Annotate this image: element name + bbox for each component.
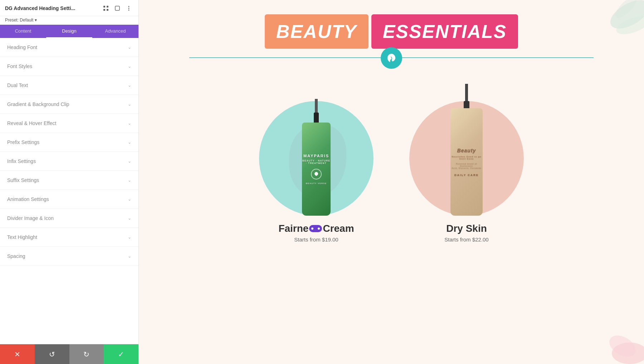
svg-rect-2 bbox=[103, 9, 105, 11]
panel-tabs: Content Design Advanced bbox=[0, 25, 138, 38]
accordion-dual-text: Dual Text ⌄ bbox=[0, 76, 138, 95]
accordion-animation-settings: Animation Settings ⌄ bbox=[0, 190, 138, 209]
accordion-label-animation-settings: Animation Settings bbox=[7, 196, 49, 202]
expand-icon[interactable] bbox=[113, 4, 122, 13]
accordion-prefix-settings: Prefix Settings ⌄ bbox=[0, 133, 138, 152]
svg-rect-0 bbox=[103, 6, 105, 8]
accordion-divider-image-icon: Divider Image & Icon ⌄ bbox=[0, 209, 138, 228]
products-row: MAYPARIS BEAUTY · NATURE · TREATMENT BEA… bbox=[139, 80, 644, 243]
preset-label[interactable]: Preset: Default bbox=[5, 18, 37, 23]
tab-advanced[interactable]: Advanced bbox=[92, 25, 138, 38]
chevron-down-icon: ⌄ bbox=[128, 83, 131, 88]
chevron-down-icon: ⌄ bbox=[128, 159, 131, 164]
accordion-label-suffix-settings: Suffix Settings bbox=[7, 177, 39, 183]
accordion-header-divider-image-icon[interactable]: Divider Image & Icon ⌄ bbox=[0, 209, 138, 227]
bottle-fairness: MAYPARIS BEAUTY · NATURE · TREATMENT BEA… bbox=[302, 99, 331, 216]
product-name-dry-skin: Dry Skin bbox=[446, 223, 487, 234]
divider-line-left bbox=[189, 57, 391, 58]
beauty-label: BEAUTY bbox=[276, 21, 357, 42]
left-panel: DG Advanced Heading Setti... Preset: Def… bbox=[0, 0, 139, 364]
svg-rect-1 bbox=[107, 6, 108, 8]
bottle-pump bbox=[315, 99, 318, 113]
accordion-label-font-styles: Font Styles bbox=[7, 63, 32, 69]
divider-line-right bbox=[391, 57, 594, 58]
chevron-down-icon: ⌄ bbox=[128, 102, 131, 107]
bottle-cap-2 bbox=[464, 101, 469, 108]
accordion-spacing: Spacing ⌄ bbox=[0, 247, 138, 266]
panel-header: DG Advanced Heading Setti... bbox=[0, 0, 138, 16]
chevron-down-icon: ⌄ bbox=[128, 235, 131, 240]
chevron-down-icon: ⌄ bbox=[128, 254, 131, 259]
accordion-reveal-hover: Reveal & Hover Effect ⌄ bbox=[0, 114, 138, 133]
svg-point-7 bbox=[128, 10, 130, 11]
product-price-dry-skin: Starts from $22.00 bbox=[444, 236, 488, 243]
grid-icon[interactable] bbox=[101, 4, 111, 13]
tab-design[interactable]: Design bbox=[46, 25, 92, 38]
accordion-header-heading-font[interactable]: Heading Font ⌄ bbox=[0, 38, 138, 57]
chevron-down-icon: ⌄ bbox=[128, 64, 131, 69]
deco-leaf-top-right bbox=[580, 0, 644, 57]
accordion-infix-settings: Infix Settings ⌄ bbox=[0, 152, 138, 171]
product-name-fairness: FairneCream bbox=[278, 223, 354, 234]
accordion-header-infix-settings[interactable]: Infix Settings ⌄ bbox=[0, 152, 138, 171]
redo-button[interactable]: ↻ bbox=[69, 344, 104, 364]
svg-rect-4 bbox=[115, 6, 119, 10]
bottle-body-cream: Beauty Nourishes Good to goUntil Gone Pa… bbox=[450, 108, 483, 216]
chevron-down-icon: ⌄ bbox=[128, 45, 131, 50]
accordion-header-font-styles[interactable]: Font Styles ⌄ bbox=[0, 57, 138, 76]
tab-content[interactable]: Content bbox=[0, 25, 46, 38]
bottle-cap bbox=[314, 112, 319, 123]
chevron-down-icon: ⌄ bbox=[128, 216, 131, 221]
accordion-label-gradient-bg-clip: Gradient & Background Clip bbox=[7, 101, 69, 107]
svg-rect-3 bbox=[107, 9, 108, 11]
more-icon[interactable] bbox=[124, 4, 133, 13]
undo-button[interactable]: ↺ bbox=[35, 344, 69, 364]
product-card-fairness-cream: MAYPARIS BEAUTY · NATURE · TREATMENT BEA… bbox=[255, 80, 377, 243]
dot-indicator bbox=[309, 225, 322, 232]
panel-toolbar: ✕ ↺ ↻ ✓ bbox=[0, 344, 138, 364]
accordion-label-spacing: Spacing bbox=[7, 253, 25, 259]
save-button[interactable]: ✓ bbox=[104, 344, 138, 364]
bottle-label-beauty: Beauty Nourishes Good to goUntil Gone Pa… bbox=[450, 148, 483, 177]
product-card-dry-skin: Beauty Nourishes Good to goUntil Gone Pa… bbox=[406, 80, 527, 243]
divider-row bbox=[189, 57, 594, 58]
bottle-label-mayparis: MAYPARIS BEAUTY · NATURE · TREATMENT BEA… bbox=[302, 154, 331, 185]
product-img-fairness: MAYPARIS BEAUTY · NATURE · TREATMENT BEA… bbox=[280, 80, 352, 216]
accordion-header-text-highlight[interactable]: Text Highlight ⌄ bbox=[0, 228, 138, 246]
accordion-header-suffix-settings[interactable]: Suffix Settings ⌄ bbox=[0, 171, 138, 190]
bottle-body-green: MAYPARIS BEAUTY · NATURE · TREATMENT BEA… bbox=[302, 123, 331, 216]
accordion-label-divider-image-icon: Divider Image & Icon bbox=[7, 215, 54, 221]
accordion-header-spacing[interactable]: Spacing ⌄ bbox=[0, 247, 138, 265]
accordion-header-prefix-settings[interactable]: Prefix Settings ⌄ bbox=[0, 133, 138, 152]
accordion-label-text-highlight: Text Highlight bbox=[7, 234, 37, 240]
svg-point-5 bbox=[128, 6, 130, 7]
divider-icon-circle bbox=[381, 47, 402, 69]
chevron-down-icon: ⌄ bbox=[128, 121, 131, 126]
bottle-dry-skin: Beauty Nourishes Good to goUntil Gone Pa… bbox=[450, 84, 483, 216]
chevron-down-icon: ⌄ bbox=[128, 197, 131, 202]
accordion-header-dual-text[interactable]: Dual Text ⌄ bbox=[0, 76, 138, 95]
deco-flower-bottom-right bbox=[572, 310, 644, 364]
accordion-suffix-settings: Suffix Settings ⌄ bbox=[0, 171, 138, 190]
panel-preset[interactable]: Preset: Default bbox=[0, 16, 138, 25]
accordion-font-styles: Font Styles ⌄ bbox=[0, 57, 138, 76]
beauty-title-box: BEAUTY bbox=[265, 14, 369, 49]
accordion-heading-font: Heading Font ⌄ bbox=[0, 38, 138, 57]
accordion-label-prefix-settings: Prefix Settings bbox=[7, 139, 39, 145]
essentials-title-box: ESSENTIALS bbox=[371, 14, 518, 49]
product-img-dry-skin: Beauty Nourishes Good to goUntil Gone Pa… bbox=[431, 80, 502, 216]
accordion-gradient-bg-clip: Gradient & Background Clip ⌄ bbox=[0, 95, 138, 114]
accordion-header-animation-settings[interactable]: Animation Settings ⌄ bbox=[0, 190, 138, 209]
accordion-label-infix-settings: Infix Settings bbox=[7, 158, 36, 164]
accordion-header-gradient-bg-clip[interactable]: Gradient & Background Clip ⌄ bbox=[0, 95, 138, 114]
cancel-button[interactable]: ✕ bbox=[0, 344, 35, 364]
accordion-text-highlight: Text Highlight ⌄ bbox=[0, 228, 138, 247]
product-price-fairness: Starts from $19.00 bbox=[294, 236, 338, 243]
panel-header-icons bbox=[101, 4, 133, 13]
bottle-pump-2 bbox=[465, 84, 468, 102]
accordion-list: Heading Font ⌄ Font Styles ⌄ Dual Text ⌄… bbox=[0, 38, 138, 344]
chevron-down-icon: ⌄ bbox=[128, 140, 131, 145]
essentials-label: ESSENTIALS bbox=[383, 21, 507, 42]
accordion-header-reveal-hover[interactable]: Reveal & Hover Effect ⌄ bbox=[0, 114, 138, 133]
panel-title: DG Advanced Heading Setti... bbox=[5, 5, 98, 11]
